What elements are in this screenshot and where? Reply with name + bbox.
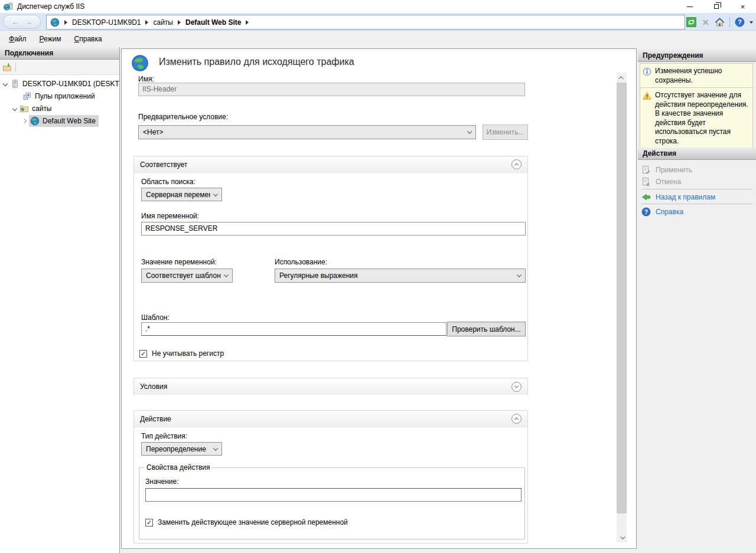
sites-folder-icon (19, 104, 29, 113)
action-section-header[interactable]: Действие (134, 411, 527, 427)
right-panel: Предупреждения Изменения успешно сохране… (638, 48, 756, 553)
help-dropdown-caret-icon[interactable] (750, 21, 753, 24)
back-to-rules-label: Назад к правилам (656, 193, 715, 201)
info-alert: Изменения успешно сохранены. (640, 63, 753, 89)
variable-value-select[interactable]: Соответствует шаблону (141, 269, 233, 283)
name-label: Имя: (138, 75, 154, 83)
address-toolbar: ← → DESKTOP-U1MK9D1 сайты Default Web Si… (0, 13, 756, 31)
chevron-down-icon[interactable] (3, 81, 8, 86)
checkbox-checked-icon[interactable]: ✓ (139, 350, 147, 358)
test-pattern-label: Проверить шаблон... (452, 325, 520, 333)
chevron-down-icon[interactable] (12, 106, 17, 110)
menu-file[interactable]: Файл (2, 35, 33, 43)
edit-precondition-button: Изменить... (483, 125, 528, 140)
tree-item-default-web-site[interactable]: Default Web Site (0, 114, 119, 127)
restore-button[interactable] (703, 0, 729, 13)
help-action[interactable]: ? Справка (641, 206, 683, 218)
action-section-title: Действие (140, 415, 171, 423)
action-value-label: Значение: (145, 477, 179, 486)
variable-value-label: Значение переменной: (141, 258, 217, 266)
iis-manager-window: Диспетчер служб IIS × ← → DESKTOP-U1MK9D… (0, 0, 756, 553)
scroll-up-button[interactable] (617, 73, 627, 83)
action-properties-group: Свойства действия Значение: ✓ Заменить д… (139, 467, 525, 539)
scrollbar-thumb[interactable] (617, 83, 627, 513)
refresh-button[interactable] (686, 17, 697, 28)
breadcrumb-separator-icon (145, 20, 148, 25)
conditions-section-header[interactable]: Условия (134, 378, 527, 395)
save-connection-icon[interactable] (2, 63, 12, 72)
checkbox-checked-icon[interactable]: ✓ (145, 519, 153, 526)
svg-text:?: ? (644, 209, 648, 215)
stop-icon: ✕ (702, 18, 709, 27)
collapse-section-icon[interactable] (511, 414, 522, 424)
tree-item-server[interactable]: DESKTOP-U1MK9D1 (DESKTOP (0, 77, 119, 90)
variable-name-input[interactable]: RESPONSE_SERVER (141, 222, 526, 235)
actions-header: Действия (638, 148, 756, 160)
match-section-header[interactable]: Соответствует (134, 156, 527, 173)
match-section-title: Соответствует (140, 161, 187, 169)
action-type-label: Тип действия: (141, 432, 187, 440)
iis-app-icon (3, 2, 14, 11)
using-select[interactable]: Регулярные выражения (275, 269, 526, 283)
menu-help[interactable]: Справка (68, 35, 109, 43)
chevron-down-icon (517, 272, 522, 277)
breadcrumb-separator-icon (178, 20, 181, 25)
breadcrumb-sites[interactable]: сайты (153, 18, 173, 27)
scroll-down-button[interactable] (617, 532, 627, 542)
breadcrumb-current-site[interactable]: Default Web Site (185, 18, 241, 27)
warnings-header-label: Предупреждения (643, 51, 703, 60)
apply-document-check-icon (641, 165, 651, 175)
test-pattern-button[interactable]: Проверить шаблон... (447, 322, 526, 336)
name-value: IIS-Header (142, 85, 177, 93)
cancel-document-x-icon (641, 177, 651, 186)
chevron-down-icon (213, 446, 218, 450)
menu-view[interactable]: Режим (33, 35, 68, 43)
match-section: Соответствует Область поиска: Серверная … (133, 156, 528, 361)
tree-item-sites[interactable]: сайты (0, 102, 119, 114)
replace-value-checkbox[interactable]: ✓ Заменить действующее значение серверно… (145, 518, 348, 526)
breadcrumb[interactable]: DESKTOP-U1MK9D1 сайты Default Web Site (46, 15, 685, 30)
selected-tree-item[interactable]: Default Web Site (29, 115, 99, 127)
using-label: Использование: (275, 258, 327, 266)
close-button[interactable]: × (729, 0, 756, 13)
precondition-select[interactable]: <Нет> (138, 125, 476, 139)
back-arrow-icon (641, 192, 651, 202)
warnings-header: Предупреждения (638, 50, 756, 62)
precondition-label: Предварительное условие: (138, 113, 228, 121)
action-value-input[interactable] (145, 488, 522, 502)
apply-label: Применить (656, 166, 692, 174)
pattern-input[interactable]: .* (141, 322, 447, 336)
actions-divider (641, 189, 752, 189)
toolbar-icons: ✕ ? (686, 15, 753, 30)
back-to-rules-action[interactable]: Назад к правилам (641, 191, 715, 203)
using-value: Регулярные выражения (279, 271, 358, 280)
back-button[interactable]: ← (11, 18, 19, 26)
breadcrumb-server[interactable]: DESKTOP-U1MK9D1 (72, 18, 141, 27)
minimize-button[interactable] (676, 0, 703, 13)
tree-item-app-pools[interactable]: Пулы приложений (0, 90, 119, 102)
connections-header: Подключения (0, 47, 119, 60)
help-button[interactable]: ? (734, 17, 745, 28)
cancel-action: Отмена (641, 176, 681, 188)
pattern-label: Шаблон: (141, 313, 170, 322)
home-button[interactable] (714, 17, 725, 28)
vertical-scrollbar[interactable] (617, 73, 627, 542)
chevron-down-icon (620, 534, 625, 539)
info-icon (643, 67, 651, 76)
help-icon: ? (641, 207, 651, 217)
pattern-value: .* (145, 325, 150, 333)
collapse-section-icon[interactable] (511, 159, 522, 169)
ignore-case-checkbox[interactable]: ✓ Не учитывать регистр (139, 349, 224, 358)
precondition-value: <Нет> (143, 128, 163, 136)
forward-button[interactable]: → (25, 18, 32, 26)
expand-section-icon[interactable] (511, 382, 522, 392)
tree-item-label: Default Web Site (43, 117, 96, 125)
chevron-up-icon (618, 76, 623, 81)
actions-header-label: Действия (643, 149, 676, 158)
globe-icon (30, 116, 40, 126)
toolbar-divider (729, 17, 730, 27)
scope-select[interactable]: Серверная переменн (141, 188, 222, 201)
chevron-right-icon[interactable] (22, 118, 27, 123)
action-type-select[interactable]: Переопределение (141, 442, 222, 456)
server-icon (10, 79, 19, 89)
